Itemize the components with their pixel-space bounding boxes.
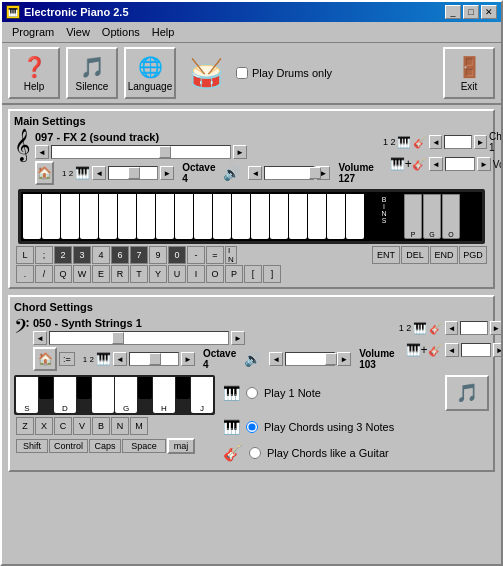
key-END[interactable]: END <box>430 246 458 264</box>
play-chords-3-radio[interactable] <box>246 421 258 433</box>
key-P[interactable]: P <box>225 265 243 283</box>
chord-black-key[interactable] <box>77 377 91 399</box>
key-6[interactable]: 6 <box>111 246 129 264</box>
chord-key-C[interactable]: C <box>54 417 72 435</box>
white-key[interactable] <box>42 194 60 239</box>
chord-key-X[interactable]: X <box>35 417 53 435</box>
chord-voices-left[interactable]: ◄ <box>445 343 459 357</box>
caps-key[interactable]: Caps <box>89 439 121 453</box>
chord-key-Z[interactable]: Z <box>16 417 34 435</box>
chord-voices-right[interactable]: ► <box>493 343 501 357</box>
white-key[interactable] <box>232 194 250 239</box>
menu-options[interactable]: Options <box>96 24 146 40</box>
maj-key[interactable]: maj <box>167 438 195 454</box>
white-key[interactable] <box>213 194 231 239</box>
key-R[interactable]: R <box>111 265 129 283</box>
strum-button[interactable]: 🎵 <box>445 375 489 411</box>
main-vol-left[interactable]: ◄ <box>248 166 262 180</box>
special-white-key[interactable]: P <box>404 194 422 239</box>
space-key[interactable]: Space <box>122 439 166 453</box>
main-channel-track[interactable] <box>444 135 472 149</box>
chord-key-N[interactable]: N <box>111 417 129 435</box>
key-4[interactable]: 4 <box>92 246 110 264</box>
main-slider-track[interactable] <box>51 145 231 159</box>
silence-button[interactable]: 🎵 Silence <box>66 47 118 99</box>
key-slash[interactable]: / <box>35 265 53 283</box>
special-white-key[interactable]: G <box>423 194 441 239</box>
control-key[interactable]: Control <box>49 439 88 453</box>
chord-octave-right[interactable]: ► <box>181 352 195 366</box>
key-O[interactable]: O <box>206 265 224 283</box>
play-chords-guitar-radio[interactable] <box>249 447 261 459</box>
main-voices-left[interactable]: ◄ <box>429 157 443 171</box>
key-Q[interactable]: Q <box>54 265 72 283</box>
white-key[interactable] <box>289 194 307 239</box>
chord-vol-left[interactable]: ◄ <box>269 352 283 366</box>
chord-slider-track[interactable] <box>49 331 229 345</box>
key-I[interactable]: I <box>187 265 205 283</box>
chord-voices-track[interactable] <box>461 343 491 357</box>
key-7[interactable]: 7 <box>130 246 148 264</box>
main-octave-track[interactable] <box>108 166 158 180</box>
main-octave-right[interactable]: ► <box>160 166 174 180</box>
chord-black-key[interactable] <box>39 377 53 399</box>
special-white-key[interactable]: O <box>442 194 460 239</box>
chord-key-B[interactable]: B <box>92 417 110 435</box>
main-channel-left[interactable]: ◄ <box>429 135 442 149</box>
white-key[interactable] <box>194 194 212 239</box>
chord-key-M[interactable]: M <box>130 417 148 435</box>
chord-white-key[interactable] <box>92 377 114 413</box>
main-vol-track[interactable] <box>264 166 314 180</box>
chord-white-key-J[interactable]: J <box>191 377 213 413</box>
key-close-bracket[interactable]: ] <box>263 265 281 283</box>
chord-slider-left[interactable]: ◄ <box>33 331 47 345</box>
chord-channel-left[interactable]: ◄ <box>445 321 458 335</box>
white-key[interactable] <box>346 194 364 239</box>
white-key[interactable] <box>156 194 174 239</box>
white-key[interactable] <box>80 194 98 239</box>
key-dot[interactable]: . <box>16 265 34 283</box>
white-key[interactable] <box>327 194 345 239</box>
white-key[interactable] <box>175 194 193 239</box>
white-key[interactable] <box>23 194 41 239</box>
main-home-button[interactable]: 🏠 <box>35 161 54 185</box>
key-9[interactable]: 9 <box>149 246 167 264</box>
key-T[interactable]: T <box>130 265 148 283</box>
chord-vol-right[interactable]: ► <box>337 352 351 366</box>
white-key[interactable] <box>251 194 269 239</box>
main-channel-right[interactable]: ► <box>474 135 487 149</box>
key-E[interactable]: E <box>92 265 110 283</box>
main-slider-right[interactable]: ► <box>233 145 247 159</box>
chord-channel-track[interactable] <box>460 321 488 335</box>
key-U[interactable]: U <box>168 265 186 283</box>
chord-black-key[interactable] <box>138 377 152 399</box>
key-3[interactable]: 3 <box>73 246 91 264</box>
maximize-button[interactable]: □ <box>463 5 479 19</box>
chord-slider-right[interactable]: ► <box>231 331 245 345</box>
key-PGD[interactable]: PGD <box>459 246 487 264</box>
chord-white-key[interactable]: D <box>54 377 76 413</box>
play-1-note-radio[interactable] <box>246 387 258 399</box>
key-2[interactable]: 2 <box>54 246 72 264</box>
white-key[interactable] <box>270 194 288 239</box>
menu-program[interactable]: Program <box>6 24 60 40</box>
main-slider-left[interactable]: ◄ <box>35 145 49 159</box>
chord-key-V[interactable]: V <box>73 417 91 435</box>
exit-button[interactable]: 🚪 Exit <box>443 47 495 99</box>
key-W[interactable]: W <box>73 265 91 283</box>
play-drums-checkbox[interactable] <box>236 67 248 79</box>
key-semicolon[interactable]: ; <box>35 246 53 264</box>
main-octave-left[interactable]: ◄ <box>92 166 106 180</box>
chord-octave-track[interactable] <box>129 352 179 366</box>
key-open-bracket[interactable]: [ <box>244 265 262 283</box>
white-key[interactable] <box>118 194 136 239</box>
chord-black-key[interactable] <box>176 377 190 399</box>
menu-help[interactable]: Help <box>146 24 181 40</box>
menu-view[interactable]: View <box>60 24 96 40</box>
key-DEL[interactable]: DEL <box>401 246 429 264</box>
key-ENT[interactable]: ENT <box>372 246 400 264</box>
shift-key[interactable]: Shift <box>16 439 48 453</box>
white-key[interactable] <box>99 194 117 239</box>
minimize-button[interactable]: _ <box>445 5 461 19</box>
chord-white-key-H[interactable]: H <box>153 377 175 413</box>
